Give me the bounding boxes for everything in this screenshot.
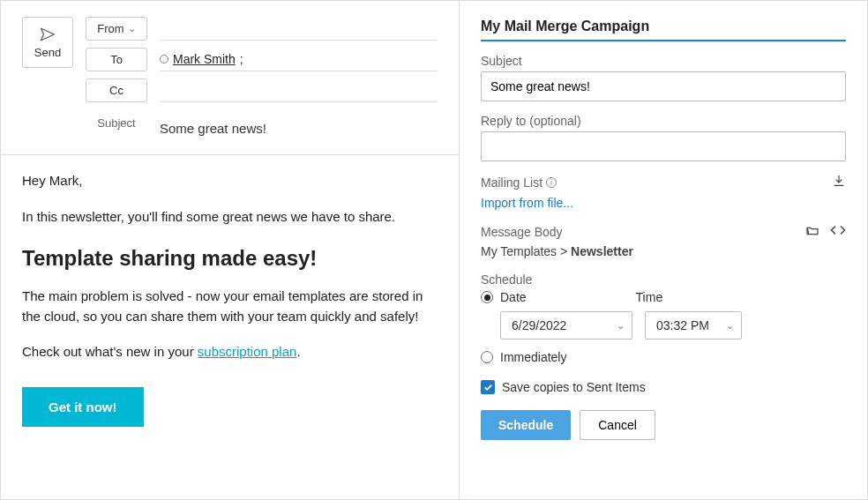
radio-icon (481, 351, 493, 363)
presence-icon (160, 55, 168, 63)
compose-pane: Send From ⌄ To Cc Subject (1, 1, 460, 499)
time-value: 03:32 PM (656, 318, 709, 332)
subject-input[interactable] (481, 71, 846, 101)
chevron-down-icon: ⌄ (128, 23, 136, 34)
folder-icon[interactable] (805, 224, 819, 239)
crumb-active: Newsletter (571, 244, 633, 258)
message-body-label: Message Body (481, 225, 563, 239)
radio-date[interactable]: Date Time (481, 290, 846, 304)
from-label: From (97, 22, 123, 35)
get-it-now-button[interactable]: Get it now! (22, 387, 144, 427)
radio-icon-checked (481, 291, 493, 303)
template-breadcrumb: My Templates > Newsletter (481, 244, 846, 258)
checkbox-icon-checked (481, 380, 495, 394)
to-field[interactable]: Mark Smith; (160, 48, 438, 71)
subject-header-label: Subject (86, 116, 147, 130)
body-greeting: Hey Mark, (22, 171, 438, 191)
schedule-label: Schedule (481, 272, 846, 287)
send-label: Send (34, 46, 61, 59)
save-copies-label: Save copies to Sent Items (502, 380, 646, 394)
panel-title: My Mail Merge Campaign (481, 19, 846, 41)
crumb-root[interactable]: My Templates (481, 244, 557, 258)
cc-button[interactable]: Cc (86, 78, 147, 102)
from-button[interactable]: From ⌄ (86, 17, 147, 41)
cancel-button[interactable]: Cancel (580, 410, 655, 440)
mailing-list-label: Mailing List (481, 175, 542, 190)
cc-label: Cc (109, 84, 123, 97)
code-icon[interactable] (830, 224, 846, 239)
subject-field-value[interactable]: Some great news! (160, 116, 438, 140)
schedule-button[interactable]: Schedule (481, 410, 571, 440)
to-label: To (110, 53, 123, 66)
divider (1, 154, 459, 155)
radio-immediately[interactable]: Immediately (481, 350, 846, 364)
send-button[interactable]: Send (22, 17, 73, 68)
chevron-down-icon: ⌄ (617, 320, 625, 332)
date-select[interactable]: 6/29/2022 ⌄ (500, 311, 632, 340)
body-intro: In this newsletter, you'll find some gre… (22, 207, 438, 228)
reply-to-label: Reply to (optional) (481, 114, 846, 128)
mail-merge-panel: My Mail Merge Campaign Subject Reply to … (460, 1, 867, 499)
to-button[interactable]: To (86, 48, 147, 71)
time-select[interactable]: 03:32 PM ⌄ (645, 311, 742, 340)
import-from-file-link[interactable]: Import from file... (481, 196, 573, 210)
download-icon[interactable] (832, 174, 846, 190)
body-para1: The main problem is solved - now your em… (22, 287, 438, 326)
body-para2: Check out what's new in your subscriptio… (22, 342, 438, 362)
chevron-down-icon: ⌄ (726, 320, 734, 332)
reply-to-input[interactable] (481, 131, 846, 161)
radio-immediately-label: Immediately (500, 350, 566, 364)
subscription-plan-link[interactable]: subscription plan (198, 344, 297, 359)
cc-field[interactable] (160, 78, 438, 102)
from-field[interactable] (160, 17, 438, 41)
subject-label: Subject (481, 54, 846, 68)
recipient-chip[interactable]: Mark Smith; (160, 52, 243, 66)
info-icon[interactable]: i (546, 177, 557, 188)
time-label: Time (636, 290, 663, 304)
date-value: 6/29/2022 (512, 318, 566, 332)
save-copies-checkbox[interactable]: Save copies to Sent Items (481, 380, 846, 394)
message-body-preview: Hey Mark, In this newsletter, you'll fin… (22, 171, 438, 427)
radio-date-label: Date (500, 290, 527, 304)
body-headline: Template sharing made easy! (22, 243, 438, 274)
send-icon (39, 26, 56, 42)
recipient-name: Mark Smith (173, 52, 236, 66)
